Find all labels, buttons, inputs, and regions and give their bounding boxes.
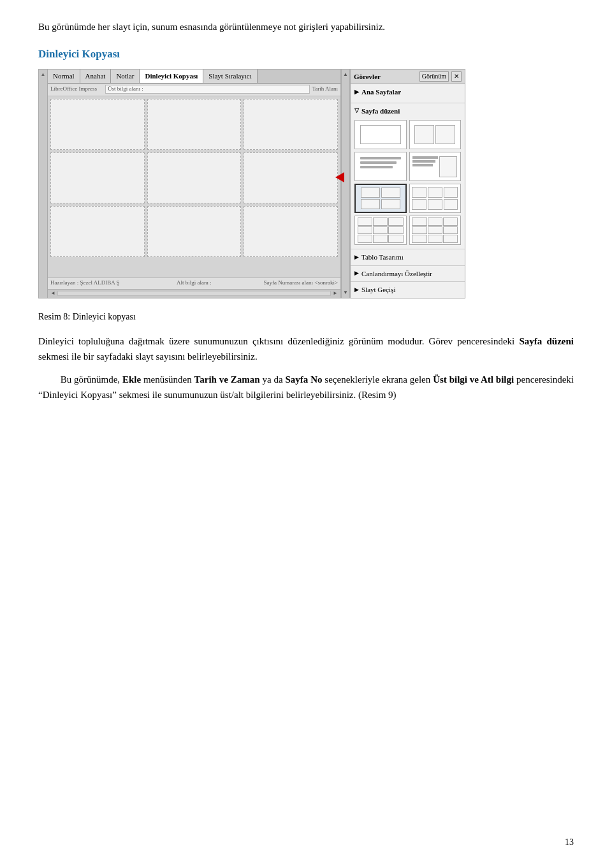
layout-thumb-3x3[interactable] bbox=[354, 216, 407, 245]
view-dropdown-btn[interactable]: Görünüm bbox=[419, 71, 449, 82]
p2-mid2: ya da bbox=[260, 374, 286, 385]
slides-grid bbox=[48, 96, 340, 277]
layout-thumb-2x2[interactable] bbox=[354, 184, 407, 213]
slayt-gecisi-header[interactable]: ▶ Slayt Geçişi bbox=[354, 284, 461, 295]
layout-thumb-3x2[interactable] bbox=[409, 184, 462, 213]
impress-main-area: Normal Anahat Notlar Dinleyici Kopyası S… bbox=[48, 70, 341, 298]
slide-thumb-8 bbox=[147, 206, 242, 257]
slides-header-bar: LibreOffice Impress Üst bilgi alanı : Ta… bbox=[48, 84, 340, 96]
p2-mid3: seçenekleriyle ekrana gelen bbox=[323, 374, 433, 385]
layout-thumb-blank[interactable] bbox=[354, 120, 407, 149]
p1-cont: sekmesi ile bir sayfadaki slayt sayısını… bbox=[38, 351, 258, 362]
caption: Resim 8: Dinleyici kopyası bbox=[38, 310, 574, 323]
canlandirma-label: Canlandırmayı Özelleştir bbox=[361, 268, 432, 279]
date-label: Tarih Alanı bbox=[312, 85, 338, 94]
tab-notlar[interactable]: Notlar bbox=[111, 70, 140, 83]
sayfa-duzeni-arrow: ▽ bbox=[354, 107, 359, 115]
tab-normal[interactable]: Normal bbox=[48, 70, 80, 83]
bottom-scroll-bar: ◄ ► bbox=[48, 289, 340, 298]
scroll-right-btn[interactable]: ► bbox=[333, 290, 338, 297]
layout-grid bbox=[354, 119, 461, 246]
right-scroll-main: ▲ ▼ bbox=[341, 70, 350, 298]
p1-bold: Sayfa düzeni bbox=[519, 336, 574, 346]
slide-thumb-6 bbox=[244, 152, 338, 203]
red-arrow-indicator bbox=[335, 172, 344, 182]
layout-thumb-lines[interactable] bbox=[354, 152, 407, 181]
ana-sayfalar-arrow: ▶ bbox=[354, 88, 359, 97]
slide-thumb-3 bbox=[244, 99, 338, 150]
p1-text: Dinleyici topluluğuna dağıtmak üzere sun… bbox=[38, 336, 519, 346]
section-heading: Dinleyici Kopyası bbox=[38, 46, 574, 63]
scroll-down-arrow[interactable]: ▼ bbox=[343, 289, 348, 298]
slide-thumb-1 bbox=[50, 99, 145, 150]
slide-thumb-7 bbox=[50, 206, 145, 257]
header-field: Üst bilgi alanı : bbox=[105, 85, 310, 94]
layout-thumb-two-col[interactable] bbox=[409, 120, 462, 149]
tablo-tasarimi-header[interactable]: ▶ Tablo Tasarımı bbox=[354, 252, 461, 263]
slide-thumb-4 bbox=[50, 152, 145, 203]
slides-row-2 bbox=[50, 152, 338, 203]
section-slayt-gecisi: ▶ Slayt Geçişi bbox=[351, 281, 465, 298]
section-sayfa-duzeni: ▽ Sayfa düzeni bbox=[351, 103, 465, 249]
tab-dinleyici[interactable]: Dinleyici Kopyası bbox=[140, 70, 203, 83]
slides-footer-bar: Hazırlayan : Şezel ALDIBA Ş Alt bilgi al… bbox=[48, 277, 340, 289]
right-panel: Görevler Görünüm ✕ ▶ Ana Sayfalar ▽ Sayf… bbox=[350, 70, 465, 298]
sayfa-duzeni-label: Sayfa düzeni bbox=[361, 106, 400, 117]
right-panel-header: Görevler Görünüm ✕ bbox=[351, 70, 465, 85]
p2-bold4: Üst bilgi ve Atl bilgi bbox=[433, 374, 514, 385]
screenshot: ▲ Normal Anahat Notlar Dinleyici Kopyası… bbox=[38, 69, 465, 298]
slayt-gecisi-label: Slayt Geçişi bbox=[361, 284, 395, 295]
scroll-up-arrow[interactable]: ▲ bbox=[343, 70, 348, 78]
body-paragraph-2: Bu görünümde, Ekle menüsünden Tarih ve Z… bbox=[38, 372, 574, 402]
ana-sayfalar-label: Ana Sayfalar bbox=[361, 87, 401, 98]
left-scroll: ▲ bbox=[39, 70, 48, 298]
p2-mid1: menüsünden bbox=[141, 374, 194, 385]
presenter-label: Hazırlayan : Şezel ALDIBA Ş bbox=[50, 279, 146, 288]
slayt-gecisi-arrow: ▶ bbox=[354, 286, 359, 295]
slide-thumb-5 bbox=[147, 152, 242, 203]
tab-anahat[interactable]: Anahat bbox=[80, 70, 112, 83]
sayfa-duzeni-header[interactable]: ▽ Sayfa düzeni bbox=[354, 106, 461, 117]
section-ana-sayfalar: ▶ Ana Sayfalar bbox=[351, 84, 465, 103]
slide-thumb-9 bbox=[244, 206, 338, 257]
tab-bar: Normal Anahat Notlar Dinleyici Kopyası S… bbox=[48, 70, 340, 84]
layout-thumb-3x3b[interactable] bbox=[409, 216, 462, 245]
close-panel-btn[interactable]: ✕ bbox=[451, 71, 462, 82]
p2-start: Bu görünümde, bbox=[61, 374, 122, 385]
layout-thumb-lines-col[interactable] bbox=[409, 152, 462, 181]
canlandirma-header[interactable]: ▶ Canlandırmayı Özelleştir bbox=[354, 268, 461, 279]
p2-bold3: Sayfa No bbox=[285, 374, 322, 385]
tab-slayt[interactable]: Slayt Sıralayıcı bbox=[203, 70, 258, 83]
page-field: Sayfa Numarası alanı <sonraki> bbox=[242, 279, 338, 288]
section-canlandirma: ▶ Canlandırmayı Özelleştir bbox=[351, 265, 465, 282]
ana-sayfalar-header[interactable]: ▶ Ana Sayfalar bbox=[354, 87, 461, 98]
footer-field: Alt bilgi alanı : bbox=[146, 279, 242, 288]
slides-row-1 bbox=[50, 99, 338, 150]
p2-bold2: Tarih ve Zaman bbox=[194, 374, 260, 385]
scroll-left-btn[interactable]: ◄ bbox=[50, 290, 55, 297]
p2-bold1: Ekle bbox=[122, 374, 141, 385]
logo-label: LibreOffice Impress bbox=[50, 85, 97, 94]
slide-thumb-2 bbox=[147, 99, 242, 150]
body-paragraph-1: Dinleyici topluluğuna dağıtmak üzere sun… bbox=[38, 334, 574, 364]
slides-row-3 bbox=[50, 206, 338, 257]
tablo-arrow: ▶ bbox=[354, 253, 359, 262]
intro-paragraph: Bu görünümde her slayt için, sunum esnas… bbox=[38, 19, 574, 34]
page-number: 13 bbox=[565, 835, 574, 849]
tablo-label: Tablo Tasarımı bbox=[361, 252, 404, 263]
canlandirma-arrow: ▶ bbox=[354, 269, 359, 278]
panel-title: Görevler bbox=[354, 71, 417, 82]
section-tablo-tasarimi: ▶ Tablo Tasarımı bbox=[351, 249, 465, 265]
